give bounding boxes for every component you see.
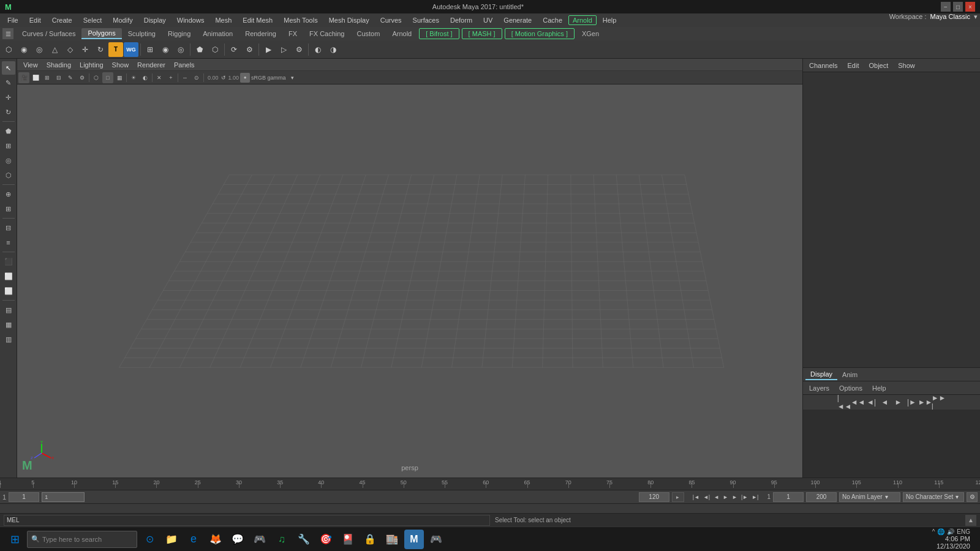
- tb-app2[interactable]: 🎯: [316, 530, 336, 549]
- lt-display-toggle[interactable]: ◎: [2, 154, 15, 167]
- lt-rotate-tool[interactable]: ↻: [2, 105, 15, 119]
- vt-shadow[interactable]: ◐: [140, 72, 151, 83]
- timeline-ruler[interactable]: 1510152025303540455055606570758085909510…: [0, 478, 980, 490]
- mode-motion-graphics[interactable]: [ Motion Graphics ]: [505, 28, 575, 39]
- vt-film[interactable]: ⬜: [30, 72, 41, 83]
- ch-channels[interactable]: Channels: [807, 61, 840, 70]
- tb-app4[interactable]: 🔒: [360, 530, 380, 549]
- vt-icon6[interactable]: ⚙: [77, 72, 88, 83]
- menu-uv[interactable]: UV: [478, 15, 497, 25]
- lt-paint-tool[interactable]: ✎: [2, 76, 15, 89]
- vp-menu-lighting[interactable]: Lighting: [76, 61, 107, 69]
- tc-anim-layer[interactable]: No Anim Layer ▾: [839, 492, 900, 502]
- pb-go-end[interactable]: ►► |: [933, 397, 944, 408]
- menu-help[interactable]: Help: [598, 15, 622, 25]
- tool-ipr[interactable]: ▷: [276, 42, 291, 57]
- lt-select-tool[interactable]: ↖: [2, 61, 15, 75]
- start-button[interactable]: ⊞: [5, 530, 24, 549]
- mode-custom[interactable]: Custom: [351, 29, 386, 39]
- status-expand-btn[interactable]: ▲: [965, 515, 976, 526]
- taskview-button[interactable]: ⊙: [140, 530, 159, 549]
- menu-generate[interactable]: Generate: [499, 15, 537, 25]
- pb-step-back-key[interactable]: ◄◄: [853, 397, 864, 408]
- minimize-button[interactable]: −: [941, 2, 951, 12]
- anim-options[interactable]: Options: [837, 384, 865, 392]
- vt-smooth-shade[interactable]: □: [102, 72, 113, 83]
- tool-render[interactable]: ▶: [261, 42, 276, 57]
- lt-snap[interactable]: ⊞: [2, 139, 15, 152]
- vp-menu-shading[interactable]: Shading: [43, 61, 75, 69]
- tb-app3[interactable]: 🎴: [338, 530, 358, 549]
- menu-mesh[interactable]: Mesh: [210, 15, 236, 25]
- tb-store[interactable]: 🏬: [382, 530, 402, 549]
- vt-icon4[interactable]: ⊟: [53, 72, 64, 83]
- tc-playback-start[interactable]: [773, 492, 804, 502]
- vp-menu-panels[interactable]: Panels: [170, 61, 198, 69]
- mode-fx[interactable]: FX: [282, 29, 303, 39]
- vt-transform[interactable]: ↔: [179, 72, 190, 83]
- menu-display[interactable]: Display: [139, 15, 171, 25]
- menu-windows[interactable]: Windows: [172, 15, 209, 25]
- tb-app5[interactable]: 🎮: [426, 530, 446, 549]
- tc-pb-next-frame[interactable]: ►: [731, 494, 739, 500]
- ch-show[interactable]: Show: [895, 61, 918, 70]
- tc-pb-prev-frame[interactable]: ◄: [712, 494, 720, 500]
- viewport-canvas[interactable]: persp X Y Z M: [17, 84, 802, 478]
- mode-arnold[interactable]: Arnold: [386, 29, 418, 39]
- menu-cache[interactable]: Cache: [538, 15, 567, 25]
- vp-menu-show[interactable]: Show: [108, 61, 133, 69]
- tc-options-btn[interactable]: ⚙: [967, 492, 978, 502]
- mode-animation[interactable]: Animation: [197, 29, 239, 39]
- vt-xray[interactable]: ✕: [154, 72, 165, 83]
- tray-icon-1[interactable]: ^: [932, 528, 935, 535]
- mode-fx-caching[interactable]: FX Caching: [303, 29, 350, 39]
- menu-deform[interactable]: Deform: [445, 15, 477, 25]
- tray-icon-network[interactable]: 🌐: [937, 528, 944, 535]
- tb-edge[interactable]: e: [184, 530, 203, 549]
- tool-rotate[interactable]: ↻: [93, 42, 108, 57]
- menu-mesh-display[interactable]: Mesh Display: [324, 15, 374, 25]
- anim-help[interactable]: Help: [870, 384, 889, 392]
- vt-grid[interactable]: ⊞: [42, 72, 53, 83]
- pb-next-frame[interactable]: |►: [907, 397, 918, 408]
- vt-light[interactable]: ☀: [128, 72, 139, 83]
- tool-select-component[interactable]: ◎: [32, 42, 47, 57]
- tc-pb-end[interactable]: ►|: [750, 494, 760, 500]
- menu-file[interactable]: File: [2, 15, 23, 25]
- tb-file-explorer[interactable]: 📁: [162, 530, 181, 549]
- pb-play-fwd[interactable]: ►: [893, 397, 904, 408]
- pb-go-start[interactable]: |◄◄: [839, 397, 850, 408]
- tray-icon-volume[interactable]: 🔊: [947, 528, 954, 535]
- tool-paint[interactable]: ◇: [62, 42, 77, 57]
- tool-universal[interactable]: WG: [124, 42, 138, 57]
- lt-tool-6[interactable]: ≡: [2, 236, 15, 249]
- lt-move-tool[interactable]: ✛: [2, 91, 15, 104]
- vt-icon5[interactable]: ✎: [65, 72, 76, 83]
- tool-isolate[interactable]: ◑: [326, 42, 341, 57]
- pb-play-back[interactable]: ◄: [880, 397, 891, 408]
- tool-select-object[interactable]: ◉: [17, 42, 31, 57]
- tc-end-frame[interactable]: [639, 492, 669, 502]
- close-button[interactable]: ×: [965, 2, 975, 12]
- anim-tab-anim[interactable]: Anim: [837, 370, 862, 380]
- anim-tab-display[interactable]: Display: [805, 369, 837, 380]
- vt-wireframe[interactable]: ⬡: [91, 72, 102, 83]
- lt-layout-2[interactable]: ⬜: [2, 269, 15, 283]
- tool-construction[interactable]: ⚙: [242, 42, 257, 57]
- tool-history[interactable]: ⟳: [227, 42, 241, 57]
- lt-display-3[interactable]: ▥: [2, 332, 15, 346]
- vp-menu-renderer[interactable]: Renderer: [134, 61, 169, 69]
- menu-select[interactable]: Select: [78, 15, 107, 25]
- tc-frame-indicator[interactable]: 1: [42, 492, 85, 502]
- mode-curves-surfaces[interactable]: Curves / Surfaces: [16, 29, 81, 39]
- tool-snap-grid[interactable]: ⊞: [143, 42, 157, 57]
- tc-playback-end[interactable]: [806, 492, 837, 502]
- vt-icon-x[interactable]: +: [165, 72, 176, 83]
- menu-modify[interactable]: Modify: [108, 15, 137, 25]
- search-bar[interactable]: 🔍 Type here to search: [27, 531, 137, 548]
- tb-discord[interactable]: 💬: [228, 530, 247, 549]
- mode-rigging[interactable]: Rigging: [162, 29, 197, 39]
- mode-polygons[interactable]: Polygons: [81, 28, 121, 39]
- vt-color-space[interactable]: ●: [240, 73, 250, 83]
- mode-menu-icon[interactable]: ☰: [2, 28, 13, 39]
